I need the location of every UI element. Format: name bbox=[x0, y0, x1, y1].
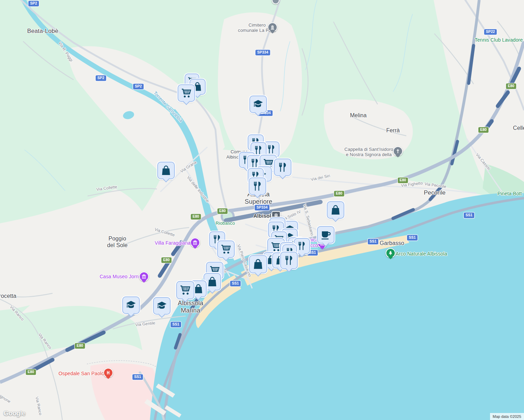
road-badge-ss1: SS1 bbox=[171, 322, 181, 327]
restaurant-icon bbox=[283, 254, 295, 266]
label-pecorile: Pecorile bbox=[424, 189, 446, 196]
label-melina: Melina bbox=[350, 112, 367, 119]
cemetery-poi-icon[interactable] bbox=[268, 22, 277, 32]
road-badge-ss1: SS1 bbox=[407, 235, 418, 240]
road-badge-e80: E80 bbox=[26, 369, 36, 375]
cart-pin[interactable] bbox=[217, 240, 235, 258]
hospital-poi-icon[interactable] bbox=[103, 368, 113, 378]
restaurant-icon bbox=[251, 180, 263, 192]
church-glyph bbox=[395, 148, 401, 154]
cart-icon bbox=[179, 284, 192, 296]
school-pin[interactable] bbox=[249, 96, 267, 113]
school-icon bbox=[125, 299, 137, 311]
tree-glyph bbox=[387, 250, 394, 256]
road-badge-e80: E80 bbox=[75, 343, 85, 349]
school-icon bbox=[156, 300, 168, 312]
school-pin[interactable] bbox=[153, 297, 171, 315]
road-badge-e80: E80 bbox=[506, 83, 516, 89]
museum-poi-icon[interactable] bbox=[190, 238, 200, 247]
road-badge-sp2: SP2 bbox=[133, 84, 144, 89]
label-garbasso: Garbasso bbox=[380, 240, 404, 247]
road-badge-e80: E80 bbox=[218, 208, 228, 214]
school-icon bbox=[252, 98, 264, 110]
map-data-text: Map data ©2025 bbox=[493, 414, 522, 419]
label-cappella-sant-isidoro[interactable]: Cappella di Sant'Isidoro e Nostra Signor… bbox=[344, 147, 393, 158]
cafe-pin[interactable] bbox=[317, 226, 335, 244]
cart-pin[interactable] bbox=[176, 281, 194, 299]
road-badge-e80: E80 bbox=[334, 191, 344, 196]
restaurant-pin[interactable] bbox=[249, 177, 266, 195]
bag-icon bbox=[206, 276, 218, 288]
road-badge-e80: E80 bbox=[478, 127, 489, 133]
restaurant-pin[interactable] bbox=[280, 252, 298, 269]
map-viewport[interactable]: SP2SP2SP2SP334SP334SP334SP22SS1SS1SS1SS1… bbox=[0, 0, 524, 420]
restaurant-icon bbox=[277, 161, 289, 173]
restaurant-pin[interactable] bbox=[274, 159, 291, 176]
label-villa-faraggiana[interactable]: Villa Faraggiana bbox=[155, 240, 191, 246]
road-badge-sp334: SP334 bbox=[255, 205, 269, 210]
label-riobasco[interactable]: Riobasco bbox=[216, 220, 235, 226]
road-badge-ss1: SS1 bbox=[368, 239, 378, 244]
bag-icon bbox=[252, 258, 264, 271]
road-badge-ss1: SS1 bbox=[132, 374, 143, 380]
road-badge-sp2: SP2 bbox=[96, 75, 106, 81]
bag-pin[interactable] bbox=[157, 162, 175, 179]
label-poggio-del-sole: Poggio del Sole bbox=[107, 236, 128, 249]
cart-icon bbox=[180, 87, 192, 99]
church-poi-icon[interactable] bbox=[393, 146, 403, 156]
road-badge-sp2: SP2 bbox=[28, 1, 39, 6]
bag-icon bbox=[330, 204, 342, 216]
museum-glyph bbox=[192, 239, 198, 246]
cafe-icon bbox=[320, 229, 332, 241]
bag-icon bbox=[160, 164, 172, 176]
map-attribution: Map data ©2025 bbox=[490, 413, 524, 420]
label-ospedale-san-paolo[interactable]: Ospedale San Paolo bbox=[58, 371, 104, 377]
cart-pin[interactable] bbox=[178, 84, 195, 102]
cemetery-glyph bbox=[269, 24, 276, 30]
label-celle: Celle bbox=[513, 125, 524, 132]
restaurant-icon bbox=[266, 144, 277, 155]
label-ferra: Ferrà bbox=[386, 127, 400, 134]
museum-glyph bbox=[141, 273, 147, 280]
bag-pin[interactable] bbox=[249, 255, 267, 273]
google-logo[interactable]: Google bbox=[4, 410, 25, 417]
label-beata-lobe: Beata-Lobè bbox=[27, 28, 58, 35]
road-badge-sp22: SP22 bbox=[484, 29, 497, 35]
cart-icon bbox=[220, 243, 232, 255]
restaurant-icon bbox=[296, 240, 307, 251]
label-casa-museo-jorn[interactable]: Casa Museo Jorn bbox=[99, 274, 138, 280]
road-badge-sp334: SP334 bbox=[255, 50, 270, 55]
bag-pin[interactable] bbox=[327, 201, 344, 219]
school-pin[interactable] bbox=[122, 296, 140, 314]
road-badge-e80: E80 bbox=[161, 257, 172, 263]
road-badge-e80: E80 bbox=[398, 177, 408, 183]
label-arco-naturale[interactable]: Arco Naturale Albissola bbox=[395, 251, 447, 257]
hospital-glyph bbox=[105, 370, 111, 376]
museum-poi-icon[interactable] bbox=[139, 272, 149, 281]
label-pineta[interactable]: Pineta Bott bbox=[497, 191, 522, 197]
label-albissola-marina: Albissola Marina bbox=[178, 300, 204, 314]
tree-poi-icon[interactable] bbox=[386, 248, 395, 258]
road-badge-ss1: SS1 bbox=[230, 281, 241, 286]
road-badge-ss1: SS1 bbox=[464, 212, 474, 218]
road-badge-e80: E80 bbox=[191, 214, 201, 219]
label-tennis-club-lavadore[interactable]: Tennis Club Lavadore bbox=[475, 37, 523, 43]
label-crocetta: rocetta bbox=[0, 293, 16, 300]
